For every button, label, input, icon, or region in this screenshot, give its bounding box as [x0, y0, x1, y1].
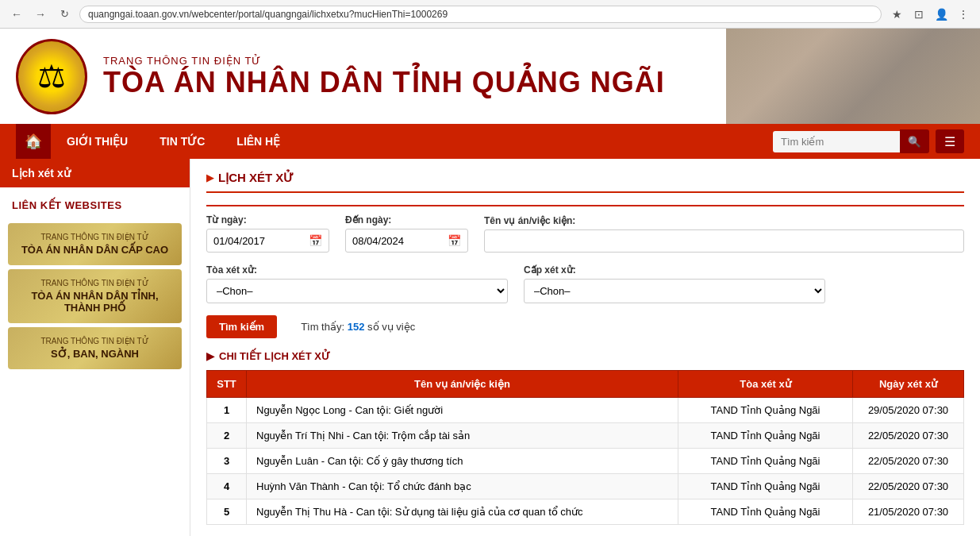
from-date-input-wrap: 📅: [206, 229, 329, 253]
sub-section-arrow: ▶: [206, 350, 214, 362]
from-date-calendar-icon[interactable]: 📅: [302, 229, 329, 252]
cell-case-name: Nguyễn Thị Thu Hà - Can tội: Sử dụng tài…: [247, 499, 678, 525]
logo-scale-icon: ⚖: [37, 58, 66, 94]
table-row[interactable]: 4 Huỳnh Văn Thành - Can tội: Tổ chức đán…: [207, 474, 964, 499]
search-row: Tìm kiếm Tìm thấy: 152 số vụ việc: [206, 315, 964, 338]
col-header-case: Tên vụ án/việc kiện: [247, 371, 678, 398]
result-suffix: số vụ việc: [367, 321, 415, 333]
main-container: Lịch xét xử LIÊN KẾT WEBSITES TRANG THÔN…: [0, 159, 980, 536]
search-icon: 🔍: [908, 136, 921, 148]
sidebar-header: Lịch xét xử: [0, 159, 190, 187]
cell-date: 29/05/2020 07:30: [853, 398, 964, 423]
nav-item-lien-he[interactable]: LIÊN HỆ: [221, 124, 296, 159]
section-arrow: ▶: [206, 172, 213, 183]
forward-button[interactable]: →: [32, 6, 49, 23]
to-date-input[interactable]: [346, 230, 441, 252]
table-row[interactable]: 2 Nguyễn Trí Thị Nhi - Can tội: Trộm cắp…: [207, 423, 964, 449]
level-select[interactable]: –Chon–: [524, 279, 825, 303]
search-submit-button[interactable]: Tìm kiếm: [206, 315, 277, 338]
browser-chrome: ← → ↻ quangngai.toaan.gov.vn/webcenter/p…: [0, 0, 980, 29]
table-row[interactable]: 3 Nguyễn Luân - Can tội: Cố ý gây thương…: [207, 449, 964, 474]
content-area: ▶ LỊCH XÉT XỬ Từ ngày: 📅 Đến ngày: 📅: [190, 159, 980, 536]
form-row-2: Tòa xét xử: –Chon– Cấp xét xử: –Chon–: [206, 264, 964, 303]
sidebar-link-tinh-tp[interactable]: TRANG THÔNG TIN ĐIỆN TỬ TÒA ÁN NHÂN DÂN …: [8, 269, 182, 323]
extend-button[interactable]: ⊡: [910, 6, 928, 23]
cell-case-name: Nguyễn Trí Thị Nhi - Can tội: Trộm cắp t…: [247, 423, 678, 449]
cell-court: TAND Tỉnh Quảng Ngãi: [678, 449, 853, 474]
table-header-row: STT Tên vụ án/việc kiện Tòa xét xử Ngày …: [207, 371, 964, 398]
form-row-1: Từ ngày: 📅 Đến ngày: 📅 Tên vụ án/việc ki…: [206, 214, 964, 253]
col-header-stt: STT: [207, 371, 247, 398]
cell-court: TAND Tỉnh Quảng Ngãi: [678, 398, 853, 423]
case-name-group: Tên vụ án/việc kiện:: [484, 215, 964, 253]
sidebar-card-sub-0: TRANG THÔNG TIN ĐIỆN TỬ: [16, 233, 174, 241]
sub-section-title: ▶ CHI TIẾT LỊCH XÉT XỬ: [206, 350, 964, 362]
to-date-input-wrap: 📅: [345, 229, 468, 253]
header-title: TÒA ÁN NHÂN DÂN TỈNH QUẢNG NGÃI: [103, 67, 665, 98]
table-row[interactable]: 1 Nguyễn Ngọc Long - Can tội: Giết người…: [207, 398, 964, 423]
cell-stt: 3: [207, 449, 247, 474]
cell-date: 21/05/2020 07:30: [853, 499, 964, 525]
nav-search-group: 🔍 ☰: [773, 129, 964, 153]
level-label: Cấp xét xử:: [524, 264, 825, 276]
court-group: Tòa xét xử: –Chon–: [206, 264, 508, 303]
result-count: 152: [348, 321, 365, 333]
back-button[interactable]: ←: [8, 6, 25, 23]
nav-item-tin-tuc[interactable]: TIN TỨC: [144, 124, 221, 159]
col-header-court: Tòa xét xử: [678, 371, 853, 398]
star-button[interactable]: ★: [888, 6, 905, 23]
header-bg-decoration: [726, 29, 980, 124]
results-table: STT Tên vụ án/việc kiện Tòa xét xử Ngày …: [206, 370, 964, 525]
cell-case-name: Nguyễn Luân - Can tội: Cố ý gây thương t…: [247, 449, 678, 474]
from-date-label: Từ ngày:: [206, 214, 329, 226]
level-group: Cấp xét xử: –Chon–: [524, 264, 825, 303]
sidebar-card-main-2: SỞ, BAN, NGÀNH: [16, 348, 174, 360]
browser-actions: ★ ⊡ 👤 ⋮: [888, 6, 972, 23]
sidebar-link-cap-cao[interactable]: TRANG THÔNG TIN ĐIỆN TỬ TÒA ÁN NHÂN DÂN …: [8, 223, 182, 265]
to-date-calendar-icon[interactable]: 📅: [441, 229, 467, 252]
sub-section-title-text: CHI TIẾT LỊCH XÉT XỬ: [219, 350, 330, 362]
section-title: ▶ LỊCH XÉT XỬ: [206, 171, 964, 193]
search-input[interactable]: [773, 131, 900, 152]
url-bar[interactable]: quangngai.toaan.gov.vn/webcenter/portal/…: [79, 6, 882, 23]
to-date-label: Đến ngày:: [345, 214, 468, 226]
cell-date: 22/05/2020 07:30: [853, 474, 964, 499]
search-button[interactable]: 🔍: [900, 129, 929, 153]
case-name-input-wrap: [484, 229, 964, 253]
sidebar: Lịch xét xử LIÊN KẾT WEBSITES TRANG THÔN…: [0, 159, 190, 536]
sidebar-section-title: LIÊN KẾT WEBSITES: [0, 187, 190, 219]
section-title-text: LỊCH XÉT XỬ: [218, 171, 294, 185]
sidebar-card-sub-1: TRANG THÔNG TIN ĐIỆN TỬ: [16, 279, 174, 287]
nav-item-gioi-thieu[interactable]: GIỚI THIỆU: [51, 124, 144, 159]
table-row[interactable]: 5 Nguyễn Thị Thu Hà - Can tội: Sử dụng t…: [207, 499, 964, 525]
browser-menu-button[interactable]: ⋮: [955, 6, 972, 23]
case-name-input[interactable]: [485, 230, 963, 252]
sidebar-card-main-0: TÒA ÁN NHÂN DÂN CẤP CAO: [16, 244, 174, 256]
cell-date: 22/05/2020 07:30: [853, 449, 964, 474]
navigation-bar: 🏠 GIỚI THIỆU TIN TỨC LIÊN HỆ 🔍 ☰: [0, 124, 980, 159]
court-select[interactable]: –Chon–: [206, 279, 508, 303]
profile-button[interactable]: 👤: [932, 6, 950, 23]
cell-court: TAND Tỉnh Quảng Ngãi: [678, 423, 853, 449]
result-label: Tìm thấy:: [301, 321, 344, 333]
cell-case-name: Huỳnh Văn Thành - Can tội: Tổ chức đánh …: [247, 474, 678, 499]
from-date-group: Từ ngày: 📅: [206, 214, 329, 253]
from-date-input[interactable]: [207, 230, 302, 252]
site-logo: ⚖: [16, 39, 87, 114]
nav-menu-toggle-button[interactable]: ☰: [936, 129, 964, 153]
cell-stt: 2: [207, 423, 247, 449]
sidebar-link-so-ban-nganh[interactable]: TRANG THÔNG TIN ĐIỆN TỬ SỞ, BAN, NGÀNH: [8, 327, 182, 369]
header-text-group: TRANG THÔNG TIN ĐIỆN TỬ TÒA ÁN NHÂN DÂN …: [103, 55, 665, 98]
site-header: ⚖ TRANG THÔNG TIN ĐIỆN TỬ TÒA ÁN NHÂN DÂ…: [0, 29, 980, 124]
case-name-label: Tên vụ án/việc kiện:: [484, 215, 964, 226]
to-date-group: Đến ngày: 📅: [345, 214, 468, 253]
search-result-text: Tìm thấy: 152 số vụ việc: [301, 321, 415, 333]
header-subtitle: TRANG THÔNG TIN ĐIỆN TỬ: [103, 55, 665, 67]
cell-date: 22/05/2020 07:30: [853, 423, 964, 449]
reload-button[interactable]: ↻: [56, 6, 73, 23]
home-nav-button[interactable]: 🏠: [16, 124, 51, 159]
cell-stt: 4: [207, 474, 247, 499]
cell-stt: 5: [207, 499, 247, 525]
sidebar-card-sub-2: TRANG THÔNG TIN ĐIỆN TỬ: [16, 337, 174, 345]
cell-court: TAND Tỉnh Quảng Ngãi: [678, 499, 853, 525]
